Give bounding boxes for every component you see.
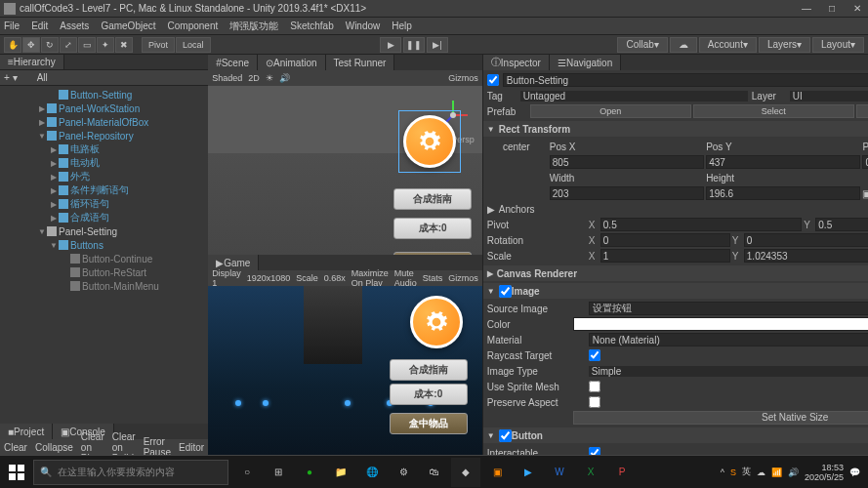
- menu-gameobject[interactable]: GameObject: [101, 20, 155, 31]
- hierarchy-item[interactable]: ▼Buttons: [0, 238, 208, 252]
- hierarchy-filter[interactable]: All: [18, 72, 67, 83]
- cloud-button[interactable]: ☁: [670, 37, 697, 53]
- app-excel[interactable]: X: [576, 458, 605, 487]
- prefab-open-button[interactable]: Open: [530, 104, 691, 118]
- material-field[interactable]: [589, 333, 868, 346]
- hierarchy-tree[interactable]: Button-Setting ▶Panel-WorkStation ▶Panel…: [0, 86, 208, 424]
- source-image-field[interactable]: [589, 302, 868, 315]
- scene-light-icon[interactable]: ☀: [266, 73, 273, 83]
- play-button[interactable]: ▶: [380, 37, 401, 53]
- gizmos-dropdown[interactable]: Gizmos: [448, 73, 478, 83]
- account-dropdown[interactable]: Account ▾: [699, 37, 757, 53]
- width-field[interactable]: [550, 186, 704, 200]
- tray-onedrive-icon[interactable]: ☁: [757, 468, 765, 477]
- app-folder[interactable]: 📁: [326, 458, 355, 487]
- console-clear[interactable]: Clear: [4, 442, 27, 453]
- display-dropdown[interactable]: Display 1: [212, 268, 241, 288]
- scene-audio-icon[interactable]: 🔊: [279, 73, 290, 83]
- object-enabled-checkbox[interactable]: [487, 74, 499, 86]
- menu-file[interactable]: File: [4, 20, 20, 31]
- raycast-target-checkbox[interactable]: [589, 349, 600, 361]
- object-name-field[interactable]: [503, 73, 868, 87]
- image-color-field[interactable]: [573, 317, 868, 331]
- stats-toggle[interactable]: Stats: [423, 273, 443, 283]
- game-settings-gear-button[interactable]: [410, 296, 463, 348]
- tab-animation[interactable]: ⊙ Animation: [258, 55, 325, 70]
- hierarchy-item[interactable]: ▶Panel-MaterialOfBox: [0, 115, 208, 129]
- scene-btn-box[interactable]: 盒中物品: [393, 252, 472, 255]
- taskbar-search[interactable]: 🔍 在这里输入你要搜索的内容: [33, 460, 228, 485]
- hierarchy-item-button-setting[interactable]: Button-Setting: [0, 88, 208, 102]
- layer-dropdown[interactable]: UI: [790, 91, 868, 102]
- game-gizmos[interactable]: Gizmos: [448, 273, 478, 283]
- game-btn-box[interactable]: 盒中物品: [390, 413, 468, 434]
- transform-tool[interactable]: ✦: [97, 37, 114, 53]
- app-chrome[interactable]: 🌐: [357, 458, 387, 487]
- layout-dropdown[interactable]: Layout ▾: [812, 37, 864, 53]
- pivot-y-field[interactable]: [815, 218, 868, 231]
- scale-y-field[interactable]: [744, 249, 868, 263]
- tab-project[interactable]: ■ Project: [0, 424, 53, 439]
- tab-hierarchy[interactable]: ≡ Hierarchy: [0, 55, 64, 69]
- rotate-tool[interactable]: ↻: [41, 37, 59, 53]
- hand-tool[interactable]: ✋: [4, 37, 21, 53]
- taskbar-clock[interactable]: 18:53 2020/5/25: [805, 463, 844, 482]
- hierarchy-item[interactable]: ▶条件判断语句: [0, 183, 208, 197]
- button-component-header[interactable]: ▼ Button: [483, 427, 868, 443]
- taskview-icon[interactable]: ⊞: [264, 458, 293, 487]
- hierarchy-item[interactable]: ▼Panel-Repository: [0, 129, 208, 142]
- tray-expand-icon[interactable]: ^: [721, 468, 724, 477]
- hierarchy-item[interactable]: ▶外壳: [0, 170, 208, 183]
- prefab-select-button[interactable]: Select: [693, 104, 854, 118]
- posz-field[interactable]: [862, 155, 868, 169]
- menu-sketchfab[interactable]: Sketchfab: [290, 20, 333, 31]
- notifications-icon[interactable]: 💬: [849, 468, 860, 477]
- hierarchy-item[interactable]: ▼Panel-Setting: [0, 224, 208, 238]
- ime-indicator[interactable]: 英: [742, 466, 751, 478]
- app-ppt[interactable]: P: [607, 458, 637, 487]
- rect-transform-header[interactable]: ▼Rect Transform: [483, 121, 868, 137]
- app-wechat[interactable]: ●: [295, 458, 324, 487]
- image-component-header[interactable]: ▼ Image: [483, 283, 868, 299]
- image-type-dropdown[interactable]: Simple: [589, 366, 868, 377]
- shaded-dropdown[interactable]: Shaded: [212, 73, 242, 83]
- start-button[interactable]: [0, 456, 33, 489]
- custom-tool[interactable]: ✖: [115, 37, 133, 53]
- tray-network-icon[interactable]: 📶: [771, 468, 782, 477]
- game-btn-cost[interactable]: 成本:0: [390, 384, 468, 405]
- create-dropdown[interactable]: + ▾: [4, 72, 18, 83]
- preserve-aspect-checkbox[interactable]: [589, 396, 600, 408]
- scene-btn-cost[interactable]: 成本:0: [393, 218, 472, 239]
- step-button[interactable]: ▶|: [427, 37, 448, 53]
- canvas-renderer-header[interactable]: ▶Canvas Renderer: [483, 265, 868, 281]
- tab-testrunner[interactable]: Test Runner: [326, 55, 395, 70]
- maximize-button[interactable]: □: [825, 3, 839, 14]
- pivot-x-field[interactable]: [600, 218, 803, 231]
- mute-audio[interactable]: Mute Audio: [394, 268, 417, 288]
- menu-help[interactable]: Help: [392, 20, 412, 31]
- app-rider[interactable]: ▣: [482, 458, 512, 487]
- hierarchy-item[interactable]: ▶电路板: [0, 142, 208, 156]
- set-native-size-button[interactable]: Set Native Size: [573, 411, 868, 425]
- rect-tool[interactable]: ▭: [78, 37, 96, 53]
- scale-tool[interactable]: ⤢: [60, 37, 77, 53]
- console-editor[interactable]: Editor: [179, 442, 204, 453]
- hierarchy-item[interactable]: ▶Panel-WorkStation: [0, 102, 208, 115]
- button-enabled[interactable]: [499, 429, 512, 442]
- scale-x-field[interactable]: [600, 249, 730, 263]
- local-toggle[interactable]: Local: [176, 37, 211, 53]
- collab-dropdown[interactable]: Collab ▾: [617, 37, 667, 53]
- app-settings[interactable]: ⚙: [389, 458, 418, 487]
- menu-component[interactable]: Component: [168, 20, 219, 31]
- minimize-button[interactable]: —: [800, 3, 813, 14]
- cortana-icon[interactable]: ○: [232, 458, 262, 487]
- rot-y-field[interactable]: [744, 233, 868, 247]
- layers-dropdown[interactable]: Layers ▾: [759, 37, 810, 53]
- app-store[interactable]: 🛍: [420, 458, 449, 487]
- console-collapse[interactable]: Collapse: [35, 442, 73, 453]
- interactable-checkbox[interactable]: [589, 447, 600, 455]
- posx-field[interactable]: [550, 155, 704, 169]
- close-button[interactable]: ✕: [850, 3, 864, 14]
- game-btn-guide[interactable]: 合成指南: [390, 359, 468, 381]
- menu-assets[interactable]: Assets: [60, 20, 89, 31]
